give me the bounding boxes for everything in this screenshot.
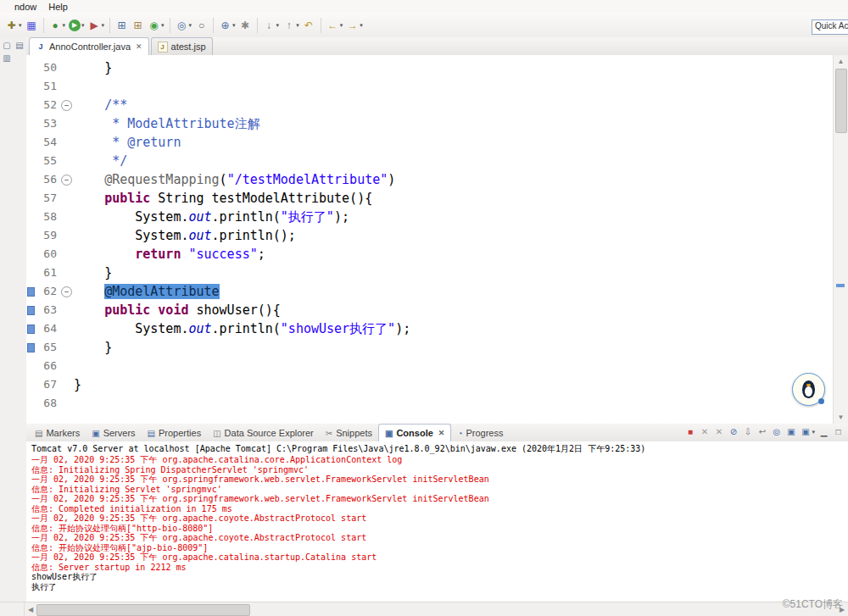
line-number[interactable]: 59 <box>35 226 59 245</box>
view-tab-properties[interactable]: ▤Properties <box>142 425 208 441</box>
dropdown-arrow-icon[interactable]: ▾ <box>232 22 236 29</box>
menu-item-help[interactable]: Help <box>42 2 74 12</box>
fold-gutter[interactable] <box>59 301 74 319</box>
dropdown-arrow-icon[interactable]: ▾ <box>102 22 105 29</box>
line-number[interactable]: 55 <box>35 152 59 170</box>
editor-tab-atest-jsp[interactable]: Jatest.jsp <box>151 37 213 55</box>
dropdown-arrow-icon[interactable]: ▾ <box>63 22 66 29</box>
line-number[interactable]: 56 <box>35 170 59 189</box>
remove-all-terminated-button[interactable]: ✕ <box>712 425 725 438</box>
forward-button[interactable]: →▾ <box>345 18 364 32</box>
restore-view-icon[interactable]: ▢ <box>2 40 12 50</box>
close-icon[interactable]: ✕ <box>438 429 445 437</box>
debug-button[interactable]: ●▾ <box>48 18 67 32</box>
scroll-left-arrow-icon[interactable]: ◀ <box>25 602 36 616</box>
view-menu-icon[interactable]: ▤ <box>14 40 25 50</box>
change-marker-gutter[interactable] <box>26 394 35 413</box>
change-marker-gutter[interactable] <box>26 170 35 189</box>
fold-gutter[interactable] <box>59 133 74 152</box>
code-line-54[interactable]: 54 * @return <box>26 133 834 152</box>
fold-gutter[interactable] <box>59 77 74 96</box>
fold-gutter[interactable] <box>59 114 74 133</box>
fold-gutter[interactable] <box>59 375 74 394</box>
line-number[interactable]: 57 <box>35 189 59 208</box>
open-console-button[interactable]: ▣▾ <box>799 425 816 438</box>
previous-annotation-button[interactable]: ↑▾ <box>282 18 300 32</box>
terminate-button[interactable]: ■ <box>683 425 696 438</box>
change-marker-gutter[interactable] <box>26 301 35 319</box>
change-marker-gutter[interactable] <box>26 96 35 114</box>
change-marker-gutter[interactable] <box>26 338 35 357</box>
search-button[interactable]: ○ <box>194 18 209 32</box>
back-button[interactable]: ←▾ <box>326 18 344 32</box>
code-line-56[interactable]: 56− @RequestMapping("/testModelAttribute… <box>26 170 834 189</box>
line-number[interactable]: 68 <box>35 394 59 413</box>
clear-console-button[interactable]: ⊘ <box>727 425 739 438</box>
remove-launch-button[interactable]: ✕ <box>698 425 711 438</box>
code-line-64[interactable]: 64 System.out.println("showUser执行了"); <box>26 319 834 338</box>
line-number[interactable]: 58 <box>35 208 59 226</box>
external-tools-button[interactable]: ▶▾ <box>87 18 106 32</box>
change-marker-gutter[interactable] <box>26 208 35 226</box>
dropdown-arrow-icon[interactable]: ▾ <box>296 22 299 29</box>
horizontal-scrollbar-thumb[interactable] <box>36 604 250 616</box>
qq-assistant-widget[interactable] <box>792 373 825 406</box>
code-line-59[interactable]: 59 System.out.println(); <box>26 226 834 245</box>
run-on-server-button[interactable]: ✱ <box>238 18 253 32</box>
editor-tab-annocontroller-java[interactable]: JAnnoController.java✕ <box>29 37 149 55</box>
line-number[interactable]: 65 <box>35 338 59 357</box>
change-marker-gutter[interactable] <box>26 133 35 152</box>
word-wrap-button[interactable]: ↩ <box>756 425 768 438</box>
last-edit-location-button[interactable]: ↶ <box>302 18 316 32</box>
code-line-57[interactable]: 57 public String testModelAttribute(){ <box>26 189 834 208</box>
view-tab-markers[interactable]: ▤Markers <box>29 425 86 441</box>
code-line-55[interactable]: 55 */ <box>26 152 834 170</box>
change-marker-gutter[interactable] <box>26 226 35 245</box>
change-marker-gutter[interactable] <box>26 189 35 208</box>
save-button[interactable]: ▦ <box>25 18 39 32</box>
line-number[interactable]: 61 <box>35 264 59 282</box>
collapse-icon[interactable]: − <box>61 100 72 111</box>
quick-access-box[interactable]: Quick Ac <box>812 19 848 35</box>
package-explorer-minimized-icon[interactable]: ▥ <box>2 53 12 63</box>
menu-item-ndow[interactable]: ndow <box>8 2 42 12</box>
code-line-63[interactable]: 63 public void showUser(){ <box>26 301 834 319</box>
fold-gutter[interactable] <box>59 338 74 357</box>
collapse-icon[interactable]: − <box>61 175 72 186</box>
line-number[interactable]: 53 <box>35 114 59 133</box>
line-number[interactable]: 52 <box>35 96 59 114</box>
change-marker-gutter[interactable] <box>26 77 35 96</box>
code-line-51[interactable]: 51 <box>26 77 834 96</box>
fold-gutter[interactable] <box>59 152 74 170</box>
view-tab-snippets[interactable]: ✂Snippets <box>320 425 378 441</box>
dropdown-arrow-icon[interactable]: ▾ <box>189 22 192 29</box>
change-marker-gutter[interactable] <box>26 319 35 338</box>
horizontal-scrollbar-track[interactable] <box>36 602 836 616</box>
scroll-lock-button[interactable]: ⇩ <box>741 425 754 438</box>
scroll-down-arrow-icon[interactable]: ▼ <box>834 411 848 424</box>
new-class-button[interactable]: ◉▾ <box>147 18 165 32</box>
line-number[interactable]: 54 <box>35 133 59 152</box>
change-marker-gutter[interactable] <box>26 114 35 133</box>
new-package-button[interactable]: ⊞ <box>131 18 145 32</box>
code-line-66[interactable]: 66 <box>26 357 834 375</box>
editor-vertical-scrollbar[interactable]: ▲ ▼ <box>833 55 848 424</box>
change-marker-gutter[interactable] <box>26 282 35 301</box>
new-java-project-button[interactable]: ⊞ <box>114 18 129 32</box>
fold-gutter[interactable] <box>59 208 74 226</box>
fold-gutter[interactable] <box>59 357 74 375</box>
change-marker-gutter[interactable] <box>26 245 35 264</box>
maximize-button[interactable]: □ <box>832 425 845 438</box>
code-line-53[interactable]: 53 * ModelAttribute注解 <box>26 114 834 133</box>
dropdown-arrow-icon[interactable]: ▾ <box>81 22 85 29</box>
line-number[interactable]: 62 <box>35 282 59 301</box>
open-task-button[interactable]: ◎▾ <box>175 18 193 32</box>
line-number[interactable]: 63 <box>35 301 59 319</box>
change-marker-gutter[interactable] <box>26 375 35 394</box>
dropdown-arrow-icon[interactable]: ▾ <box>812 429 815 436</box>
code-line-68[interactable]: 68 <box>26 394 834 413</box>
line-number[interactable]: 60 <box>35 245 59 264</box>
change-marker-gutter[interactable] <box>26 264 35 282</box>
change-marker-gutter[interactable] <box>26 58 35 77</box>
line-number[interactable]: 50 <box>35 58 59 77</box>
